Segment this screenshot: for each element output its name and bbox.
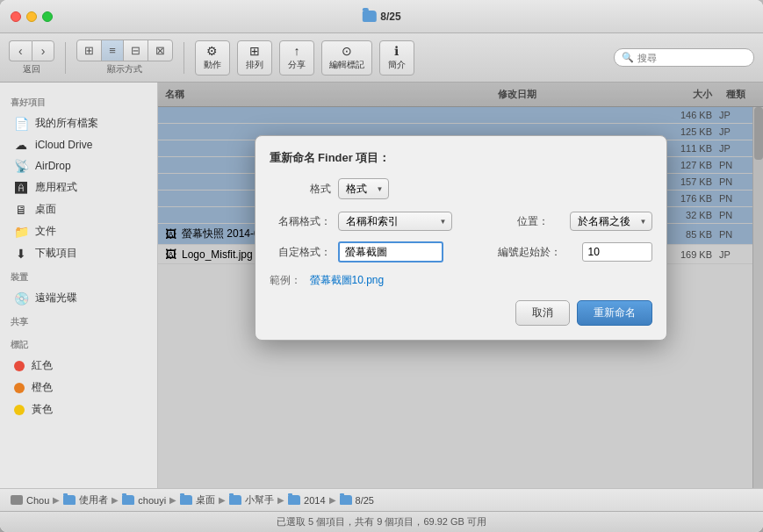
location-select[interactable]: 於名稱之後 於名稱之前 (570, 212, 652, 231)
sidebar-item-red[interactable]: 紅色 (4, 355, 154, 377)
breadcrumb-sep-5: ▶ (277, 495, 284, 505)
titlebar: 8/25 (0, 0, 763, 33)
shared-section-title: 共享 (0, 309, 157, 332)
airdrop-icon: 📡 (14, 159, 28, 173)
location-label: 位置： (487, 214, 549, 229)
sort-icon: ⊞ (249, 45, 260, 57)
sidebar: 喜好項目 📄 我的所有檔案 ☁ iCloud Drive 📡 AirDrop 🅰… (0, 83, 158, 488)
start-number-input[interactable] (582, 242, 652, 262)
file-pane: 名稱 修改日期 大小 種類 146 KB JP 125 KB JP (158, 83, 763, 488)
breadcrumb-desktop[interactable]: 桌面 (180, 493, 215, 507)
toolbar-separator-1 (65, 42, 66, 74)
example-value: 螢幕截圖10.png (310, 273, 385, 288)
icon-view-button[interactable]: ⊞ (77, 40, 102, 61)
nav-buttons: ‹ › (9, 40, 54, 61)
breadcrumb-users[interactable]: 使用者 (63, 493, 108, 507)
format-row: 格式 格式 (270, 178, 652, 199)
sidebar-item-orange[interactable]: 橙色 (4, 377, 154, 399)
sort-button[interactable]: ⊞ 排列 (237, 40, 272, 75)
back-label: 返回 (23, 63, 40, 75)
rename-button[interactable]: 重新命名 (577, 300, 652, 326)
search-icon: 🔍 (622, 52, 634, 63)
orange-tag-dot (14, 383, 25, 393)
breadcrumb-8-25[interactable]: 8/25 (340, 495, 374, 506)
list-view-button[interactable]: ≡ (102, 40, 124, 61)
sidebar-item-downloads[interactable]: ⬇ 下載項目 (4, 242, 154, 264)
status-text: 已選取 5 個項目，共有 9 個項目，69.92 GB 可用 (277, 516, 486, 527)
format-label: 格式 (270, 182, 331, 197)
remote-disc-icon: 💿 (14, 291, 28, 306)
statusbar: 已選取 5 個項目，共有 9 個項目，69.92 GB 可用 (0, 511, 763, 532)
column-view-button[interactable]: ⊟ (124, 40, 148, 61)
hd-icon (11, 495, 23, 505)
traffic-lights (11, 11, 53, 22)
icloud-icon: ☁ (14, 138, 28, 152)
forward-button[interactable]: › (32, 40, 55, 61)
action-icon: ⚙ (206, 45, 218, 57)
sidebar-item-icloud[interactable]: ☁ iCloud Drive (4, 134, 154, 155)
search-box[interactable]: 🔍 (614, 48, 754, 67)
breadcrumb-sep-3: ▶ (169, 495, 176, 505)
breadcrumb-bar: Chou ▶ 使用者 ▶ chouyi ▶ 桌面 ▶ 小幫手 ▶ 2014 ▶ (0, 488, 763, 511)
view-mode-label: 顯示方式 (107, 63, 142, 75)
info-button[interactable]: ℹ 簡介 (379, 40, 414, 75)
tags-icon: ⊙ (342, 45, 352, 57)
devices-section-title: 裝置 (0, 264, 157, 287)
close-button[interactable] (11, 11, 21, 22)
search-input[interactable] (637, 53, 746, 63)
sidebar-item-all-files[interactable]: 📄 我的所有檔案 (4, 112, 154, 134)
favorites-section-title: 喜好項目 (0, 90, 157, 112)
sidebar-item-desktop[interactable]: 🖥 桌面 (4, 198, 154, 220)
back-button[interactable]: ‹ (9, 40, 32, 61)
sidebar-item-airdrop[interactable]: 📡 AirDrop (4, 155, 154, 176)
toolbar-separator-2 (184, 42, 184, 74)
tags-section-title: 標記 (0, 332, 157, 355)
edit-tags-button[interactable]: ⊙ 編輯標記 (321, 40, 372, 75)
cancel-button[interactable]: 取消 (515, 300, 570, 326)
2014-folder-icon (288, 495, 300, 505)
sidebar-item-documents[interactable]: 📁 文件 (4, 220, 154, 242)
breadcrumb-sep-2: ▶ (112, 495, 119, 505)
custom-format-input[interactable] (338, 241, 443, 262)
breadcrumb-2014[interactable]: 2014 (288, 495, 325, 506)
minimize-button[interactable] (26, 11, 37, 22)
action-button[interactable]: ⚙ 動作 (195, 40, 230, 75)
example-row: 範例： 螢幕截圖10.png (270, 273, 652, 288)
custom-format-label: 自定格式： (270, 245, 331, 260)
breadcrumb-chou[interactable]: Chou (11, 495, 49, 506)
yellow-tag-dot (14, 405, 25, 415)
cover-flow-button[interactable]: ⊠ (148, 40, 172, 61)
example-label: 範例： (270, 273, 305, 288)
breadcrumb-helper[interactable]: 小幫手 (229, 493, 274, 507)
dialog-overlay: 重新命名 Finder 項目： 格式 格式 名稱格式： (158, 83, 763, 488)
title-folder-icon (362, 11, 376, 22)
location-select-wrapper[interactable]: 於名稱之後 於名稱之前 (570, 212, 652, 231)
users-folder-icon (63, 495, 76, 505)
sidebar-item-apps[interactable]: 🅰 應用程式 (4, 176, 154, 198)
main-content: 喜好項目 📄 我的所有檔案 ☁ iCloud Drive 📡 AirDrop 🅰… (0, 83, 763, 488)
format-select[interactable]: 格式 (338, 178, 389, 199)
chouyi-folder-icon (122, 495, 134, 505)
finder-window: 8/25 ‹ › 返回 ⊞ ≡ ⊟ ⊠ 顯示方式 ⚙ 動作 (0, 0, 763, 532)
dialog-title: 重新命名 Finder 項目： (270, 150, 652, 166)
helper-folder-icon (229, 495, 241, 505)
desktop-icon: 🖥 (14, 203, 28, 217)
apps-icon: 🅰 (14, 181, 28, 195)
name-format-select-wrapper[interactable]: 名稱和索引 名稱和計數器 名稱和日期 (338, 212, 452, 231)
breadcrumb-chouyi[interactable]: chouyi (122, 495, 166, 506)
breadcrumb-sep-6: ▶ (329, 495, 336, 505)
maximize-button[interactable] (42, 11, 53, 22)
breadcrumb-sep-1: ▶ (53, 495, 60, 505)
info-icon: ℹ (394, 45, 399, 57)
name-format-label: 名稱格式： (270, 214, 331, 229)
desktop-folder-icon (180, 495, 192, 505)
sidebar-item-yellow[interactable]: 黃色 (4, 399, 154, 421)
format-select-wrapper[interactable]: 格式 (338, 178, 389, 199)
dialog-buttons: 取消 重新命名 (270, 300, 652, 326)
all-files-icon: 📄 (14, 117, 28, 131)
name-format-select[interactable]: 名稱和索引 名稱和計數器 名稱和日期 (338, 212, 452, 231)
downloads-icon: ⬇ (14, 247, 28, 261)
custom-format-row: 自定格式： 編號起始於： (270, 241, 652, 262)
share-button[interactable]: ↑ 分享 (279, 40, 314, 75)
sidebar-item-remote-disc[interactable]: 💿 遠端光碟 (4, 287, 154, 309)
